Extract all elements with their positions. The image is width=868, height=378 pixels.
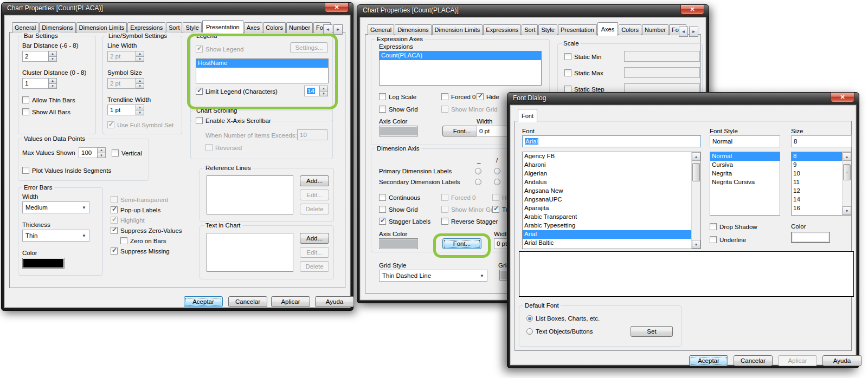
axis-color-swatch[interactable]: [379, 126, 418, 136]
bar-distance-stepper[interactable]: 2 ▲▼: [22, 51, 57, 62]
error-bar-thickness-select[interactable]: Thin▼: [22, 230, 89, 242]
tab[interactable]: Sort: [166, 22, 182, 33]
display-option-checkbox[interactable]: Highlight: [111, 217, 182, 224]
tab-scroll-left-icon[interactable]: ◄: [679, 27, 688, 37]
size-list-item[interactable]: 8: [792, 152, 842, 161]
cancel-button[interactable]: Cancelar: [228, 296, 267, 307]
scroll-track[interactable]: [692, 161, 700, 240]
plot-values-inside-segments-checkbox[interactable]: Plot Values Inside Segments: [22, 167, 111, 174]
log-scale-checkbox[interactable]: Log Scale: [379, 93, 416, 100]
list-item[interactable]: HostName: [196, 59, 328, 68]
error-bar-color-swatch[interactable]: [22, 258, 65, 269]
style-list-item[interactable]: Normal: [710, 152, 780, 161]
spin-down-icon[interactable]: ▼: [136, 110, 144, 116]
limit-legend-checkbox[interactable]: Limit Legend (Characters): [196, 88, 278, 95]
display-option-checkbox[interactable]: Zero on Bars: [120, 237, 182, 244]
size-list-item[interactable]: 11: [792, 178, 842, 187]
cluster-distance-stepper[interactable]: 1 ▲▼: [22, 78, 57, 89]
tab[interactable]: Style: [183, 22, 201, 33]
spin-down-icon[interactable]: ▼: [319, 92, 328, 97]
cancel-button[interactable]: Cancelar: [734, 355, 773, 366]
reference-lines-list[interactable]: [207, 175, 293, 214]
static-min-checkbox[interactable]: Static Min: [564, 53, 602, 60]
font-style-input[interactable]: Normal: [710, 135, 780, 147]
spin-up-icon[interactable]: ▲: [48, 51, 57, 57]
tab[interactable]: Colors: [619, 24, 641, 35]
close-icon[interactable]: ✕: [831, 93, 854, 102]
tab[interactable]: Style: [538, 24, 557, 35]
stagger-labels-checkbox[interactable]: Stagger Labels: [379, 218, 430, 225]
expression-axis-font-button[interactable]: Font...: [442, 126, 481, 136]
error-bar-width-select[interactable]: Medium▼: [22, 201, 89, 213]
grid-style-select[interactable]: Thin Dashed Line▼: [379, 270, 487, 282]
display-option-checkbox[interactable]: Suppress Zero-Values: [111, 227, 182, 234]
trendline-width-stepper[interactable]: 1 pt ▲▼: [107, 105, 144, 115]
tab[interactable]: Axes: [597, 22, 618, 36]
help-button[interactable]: Ayuda: [822, 355, 861, 366]
hide-axis-checkbox[interactable]: Hide: [477, 93, 499, 100]
spin-up-icon[interactable]: ▲: [97, 147, 106, 153]
enable-x-axis-scrollbar-checkbox[interactable]: Enable X-Axis Scrollbar: [196, 117, 271, 124]
font-list-item[interactable]: Andalus: [523, 178, 691, 187]
dim-axis-color-swatch[interactable]: [379, 238, 418, 249]
tab-font[interactable]: Font: [518, 109, 537, 122]
primary-horizontal-radio[interactable]: [475, 168, 481, 174]
style-list-item[interactable]: Negrita Cursiva: [710, 178, 780, 187]
close-icon[interactable]: ✕: [680, 5, 704, 15]
scroll-thumb[interactable]: ≡: [843, 164, 851, 180]
tab-scroll-right-icon[interactable]: ►: [333, 24, 343, 35]
default-font-textobjects-radio[interactable]: Text Objects/Buttons: [526, 328, 593, 335]
display-option-checkbox[interactable]: Suppress Missing: [111, 247, 182, 255]
show-grid-checkbox[interactable]: Show Grid: [379, 106, 418, 113]
font-list-item[interactable]: Aparajita: [523, 204, 691, 213]
font-list-item[interactable]: Arial Baltic: [523, 239, 691, 247]
font-list-item[interactable]: Angsana New: [523, 187, 691, 195]
font-list-scrollbar[interactable]: ▲ ▼: [691, 152, 700, 249]
spin-up-icon[interactable]: ▲: [48, 78, 57, 84]
size-list-item[interactable]: 9: [792, 161, 842, 170]
dimension-axis-font-button[interactable]: Font...: [442, 238, 481, 249]
scroll-down-icon[interactable]: ▼: [843, 206, 851, 215]
tab[interactable]: Presentation: [202, 20, 243, 34]
text-in-chart-list[interactable]: [207, 233, 293, 272]
tab[interactable]: Axes: [244, 22, 262, 33]
accept-button[interactable]: Aceptar: [184, 296, 223, 307]
size-list-item[interactable]: 16: [792, 204, 842, 213]
tab[interactable]: Expressions: [483, 24, 521, 35]
font-list-item[interactable]: AngsanaUPC: [523, 195, 691, 204]
text-in-chart-add-button[interactable]: Add...: [300, 233, 329, 244]
spin-up-icon[interactable]: ▲: [319, 86, 328, 92]
continuous-checkbox[interactable]: Continuous: [379, 194, 420, 201]
spin-down-icon[interactable]: ▼: [48, 84, 57, 89]
font-list-item[interactable]: Algerian: [523, 170, 691, 178]
size-list-item[interactable]: 14: [792, 195, 842, 204]
forced-zero-checkbox[interactable]: Forced 0: [441, 93, 475, 100]
list-item[interactable]: Count(PLACA): [380, 51, 541, 60]
display-option-checkbox[interactable]: Pop-up Labels: [111, 206, 182, 213]
scroll-down-icon[interactable]: ▼: [692, 240, 700, 249]
scroll-thumb[interactable]: [692, 163, 700, 181]
reverse-stagger-checkbox[interactable]: Reverse Stagger: [441, 218, 498, 225]
font-list-item[interactable]: Arabic Typesetting: [523, 221, 691, 230]
limit-legend-stepper[interactable]: 14 ▲▼: [304, 86, 328, 96]
font-list-item[interactable]: Aharoni: [523, 161, 691, 170]
style-list-item[interactable]: Negrita: [710, 170, 780, 178]
set-default-font-button[interactable]: Set: [631, 326, 673, 337]
tab[interactable]: Dimensions: [39, 22, 75, 33]
tab[interactable]: General: [12, 22, 38, 33]
spin-up-icon[interactable]: ▲: [136, 105, 144, 110]
font-list-item[interactable]: Arabic Transparent: [523, 213, 691, 221]
static-max-checkbox[interactable]: Static Max: [564, 69, 603, 76]
tab[interactable]: Colors: [263, 22, 286, 33]
dim-show-grid-checkbox[interactable]: Show Grid: [379, 206, 418, 213]
max-values-stepper[interactable]: 100 ▲▼: [79, 147, 106, 158]
size-list-scrollbar[interactable]: ▲ ≡ ▼: [842, 152, 851, 215]
accept-button[interactable]: Aceptar: [689, 355, 728, 366]
font-name-input[interactable]: Arial: [522, 135, 701, 147]
tab[interactable]: Sort: [522, 24, 538, 35]
tab[interactable]: Dimension Limits: [76, 22, 127, 33]
secondary-horizontal-radio[interactable]: [475, 179, 481, 185]
font-color-swatch[interactable]: [791, 232, 830, 243]
font-size-input[interactable]: 8: [791, 135, 852, 147]
tab[interactable]: General: [368, 24, 394, 35]
